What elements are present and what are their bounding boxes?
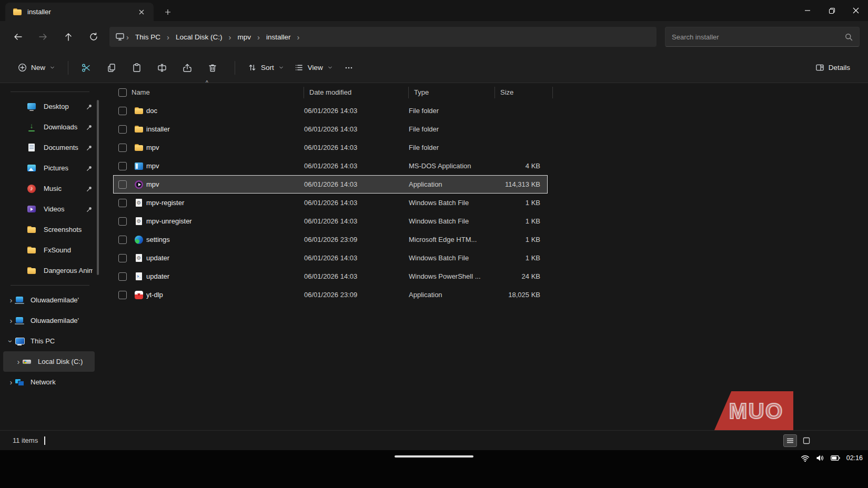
row-checkbox[interactable]: [118, 199, 127, 207]
copy-button[interactable]: [101, 58, 122, 77]
tree-chevron-icon[interactable]: [7, 317, 15, 324]
row-checkbox[interactable]: [118, 107, 127, 115]
column-header-size[interactable]: Size: [495, 87, 553, 98]
file-row[interactable]: doc 06/01/2026 14:03 File folder: [113, 101, 548, 120]
file-row[interactable]: installer 06/01/2026 14:03 File folder: [113, 120, 548, 138]
file-icon: [134, 161, 144, 171]
up-button[interactable]: [59, 27, 78, 46]
sort-button[interactable]: Sort: [243, 59, 289, 76]
file-row[interactable]: mpv 06/01/2026 14:03 Application 114,313…: [113, 175, 548, 194]
tree-item[interactable]: Network: [3, 372, 95, 392]
sidebar-item[interactable]: Pictures: [3, 158, 97, 178]
chevron-right-icon[interactable]: ›: [165, 33, 171, 42]
column-header-date-modified[interactable]: Date modified: [304, 87, 409, 98]
row-checkbox[interactable]: [118, 125, 127, 134]
breadcrumb-label[interactable]: This PC: [131, 31, 165, 43]
file-row[interactable]: mpv-register 06/01/2026 14:03 Windows Ba…: [113, 194, 548, 212]
breadcrumb-label[interactable]: Local Disk (C:): [171, 31, 227, 43]
chevron-right-icon[interactable]: ›: [295, 33, 302, 42]
tree-chevron-icon[interactable]: [7, 338, 15, 345]
close-button[interactable]: [844, 0, 868, 21]
sidebar-item[interactable]: FxSound: [3, 240, 97, 260]
tree-chevron-icon[interactable]: [15, 358, 22, 365]
file-icon: [134, 253, 144, 263]
sidebar-scrollbar[interactable]: [97, 100, 99, 275]
sidebar-item[interactable]: Dangerous Anim: [3, 260, 97, 281]
file-row[interactable]: mpv 06/01/2026 14:03 File folder: [113, 138, 548, 157]
titlebar: installer: [0, 0, 868, 21]
breadcrumb-label[interactable]: mpv: [234, 31, 256, 43]
battery-icon[interactable]: [831, 455, 840, 461]
file-name: mpv-unregister: [146, 217, 304, 225]
wifi-icon[interactable]: [801, 454, 810, 462]
file-name: mpv: [146, 162, 304, 170]
file-row[interactable]: updater 06/01/2026 14:03 Windows PowerSh…: [113, 267, 548, 286]
forward-button[interactable]: [34, 27, 53, 46]
rename-button[interactable]: [152, 58, 173, 77]
more-options-button[interactable]: [338, 58, 359, 77]
details-view-button[interactable]: [783, 434, 797, 447]
cut-button[interactable]: [76, 58, 97, 77]
large-thumbnails-view-button[interactable]: [800, 434, 813, 447]
sidebar-item[interactable]: Documents: [3, 137, 97, 158]
sidebar-item[interactable]: Desktop: [3, 96, 97, 117]
search-input[interactable]: [672, 33, 845, 41]
tree-chevron-icon[interactable]: [7, 379, 15, 386]
file-date-modified: 06/01/2026 23:09: [304, 236, 409, 243]
volume-icon[interactable]: [816, 454, 824, 462]
sidebar-item[interactable]: Music: [3, 178, 97, 199]
row-checkbox[interactable]: [118, 272, 127, 281]
address-bar[interactable]: › This PC › Local Disk (C:) › mpv › inst…: [109, 27, 657, 47]
tree-chevron-icon[interactable]: [7, 297, 15, 304]
file-row[interactable]: updater 06/01/2026 14:03 Windows Batch F…: [113, 249, 548, 267]
select-all-checkbox[interactable]: [118, 88, 127, 97]
file-row[interactable]: settings 06/01/2026 23:09 Microsoft Edge…: [113, 230, 548, 249]
sidebar-item-label: Music: [44, 185, 84, 192]
sidebar-item[interactable]: Screenshots: [3, 219, 97, 240]
share-button[interactable]: [177, 58, 198, 77]
system-tray[interactable]: 02:16: [801, 451, 863, 465]
search-icon[interactable]: [845, 33, 853, 41]
row-checkbox[interactable]: [118, 144, 127, 152]
column-header-name[interactable]: Name: [130, 87, 304, 98]
minimize-button[interactable]: [795, 0, 820, 21]
back-button[interactable]: [8, 27, 27, 46]
tree-item[interactable]: Local Disk (C:): [3, 351, 95, 372]
maximize-restore-button[interactable]: [820, 0, 844, 21]
refresh-button[interactable]: [84, 27, 103, 46]
file-size: 4 KB: [495, 162, 542, 170]
search-box[interactable]: [665, 27, 860, 47]
file-row[interactable]: mpv-unregister 06/01/2026 14:03 Windows …: [113, 212, 548, 230]
chevron-right-icon[interactable]: ›: [255, 33, 262, 42]
sidebar-item[interactable]: Videos: [3, 199, 97, 219]
delete-button[interactable]: [202, 58, 223, 77]
tree-item[interactable]: Oluwademilade': [3, 290, 95, 310]
file-size: 18,025 KB: [495, 291, 542, 299]
file-name: installer: [146, 125, 304, 133]
clock[interactable]: 02:16: [846, 454, 863, 462]
view-button[interactable]: View: [289, 59, 338, 76]
tab-close-icon[interactable]: [135, 5, 148, 19]
row-checkbox[interactable]: [118, 162, 127, 170]
row-checkbox[interactable]: [118, 217, 127, 226]
row-checkbox[interactable]: [118, 236, 127, 244]
details-pane-button[interactable]: Details: [810, 59, 855, 76]
chevron-right-icon[interactable]: ›: [227, 33, 234, 42]
new-tab-button[interactable]: [161, 5, 175, 19]
breadcrumb-label[interactable]: installer: [262, 31, 295, 43]
tree-item[interactable]: Oluwademilade': [3, 310, 95, 331]
tab-installer[interactable]: installer: [5, 3, 154, 21]
row-checkbox[interactable]: [118, 254, 127, 262]
new-button[interactable]: New: [13, 59, 60, 76]
sidebar-item[interactable]: Downloads: [3, 117, 97, 137]
taskbar-gesture-pill[interactable]: [395, 455, 473, 458]
paste-button[interactable]: [126, 58, 147, 77]
tree-item[interactable]: This PC: [3, 331, 95, 351]
file-row[interactable]: yt-dlp 06/01/2026 23:09 Application 18,0…: [113, 286, 548, 304]
row-checkbox[interactable]: [118, 180, 127, 189]
pin-icon: [86, 145, 93, 151]
column-header-type[interactable]: Type: [409, 87, 495, 98]
chevron-right-icon[interactable]: ›: [124, 33, 131, 42]
row-checkbox[interactable]: [118, 291, 127, 299]
file-row[interactable]: mpv 06/01/2026 14:03 MS-DOS Application …: [113, 157, 548, 175]
